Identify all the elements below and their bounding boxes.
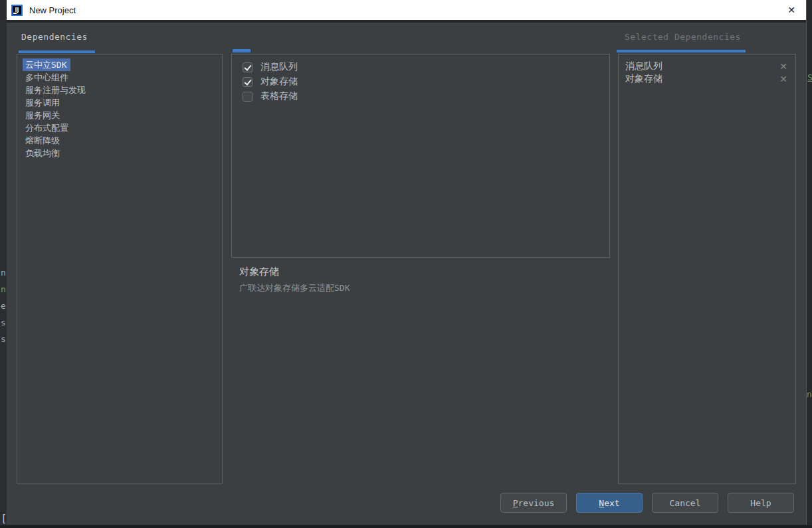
next-button[interactable]: Next bbox=[576, 493, 643, 513]
selected-dependency-label: 消息队列 bbox=[625, 60, 662, 72]
remove-icon[interactable]: ✕ bbox=[779, 61, 787, 72]
titlebar-divider bbox=[7, 20, 806, 23]
options-tab-indicator bbox=[233, 49, 251, 52]
selected-dependencies-tab-indicator bbox=[617, 50, 746, 52]
background-link-fragment: SD bbox=[807, 72, 812, 82]
close-icon: ✕ bbox=[787, 5, 795, 15]
checkbox-checked[interactable] bbox=[243, 77, 253, 87]
checkbox-checked[interactable] bbox=[243, 62, 253, 72]
dependency-category-list: 云中立SDK 多中心组件 服务注册与发现 服务调用 服务网关 分布式配置 熔断降… bbox=[17, 54, 222, 159]
dependency-option[interactable]: 对象存储 bbox=[243, 74, 609, 89]
category-item[interactable]: 服务调用 bbox=[17, 96, 222, 109]
selected-dependency-item: 对象存储 ✕ bbox=[619, 72, 795, 85]
dependencies-tab-indicator bbox=[19, 50, 95, 53]
dependency-detail-title: 对象存储 bbox=[239, 266, 279, 278]
background-window-bottom-strip bbox=[0, 525, 812, 528]
dialog-titlebar[interactable]: IJ New Project ✕ bbox=[7, 0, 806, 20]
dependency-detail-description: 广联达对象存储多云适配SDK bbox=[239, 282, 350, 294]
background-text-fragment: nT bbox=[807, 389, 812, 399]
background-editor-text: n bbox=[1, 268, 6, 278]
selected-dependencies-list: 消息队列 ✕ 对象存储 ✕ bbox=[619, 54, 795, 85]
background-editor-text: e bbox=[1, 301, 6, 311]
background-editor-text: s bbox=[1, 317, 6, 327]
new-project-dialog: IJ New Project ✕ Dependencies Selected D… bbox=[7, 0, 807, 525]
selected-dependencies-header: Selected Dependencies bbox=[625, 32, 741, 42]
dependency-option[interactable]: 表格存储 bbox=[243, 89, 609, 104]
dependencies-header: Dependencies bbox=[21, 32, 88, 42]
checkbox-unchecked[interactable] bbox=[243, 92, 253, 102]
selected-dependencies-panel: 消息队列 ✕ 对象存储 ✕ bbox=[618, 54, 796, 484]
remove-icon[interactable]: ✕ bbox=[779, 74, 787, 84]
dependency-option-label: 表格存储 bbox=[260, 90, 298, 102]
category-item-selected[interactable]: 云中立SDK bbox=[17, 58, 222, 71]
dependency-category-panel: 云中立SDK 多中心组件 服务注册与发现 服务调用 服务网关 分布式配置 熔断降… bbox=[17, 54, 223, 484]
selected-dependency-label: 对象存储 bbox=[625, 73, 662, 85]
window-title: New Project bbox=[29, 5, 76, 15]
previous-button[interactable]: Previous bbox=[500, 493, 567, 513]
category-item[interactable]: 负载均衡 bbox=[17, 147, 222, 159]
dependency-options-panel: 消息队列 对象存储 表格存储 bbox=[231, 54, 610, 258]
category-item[interactable]: 分布式配置 bbox=[17, 122, 222, 134]
selected-dependency-item: 消息队列 ✕ bbox=[619, 60, 795, 72]
background-window-left-strip bbox=[0, 0, 7, 528]
category-item[interactable]: 服务注册与发现 bbox=[17, 84, 222, 96]
background-editor-text: s bbox=[1, 334, 6, 344]
dependency-option-label: 对象存储 bbox=[260, 76, 298, 88]
category-item[interactable]: 服务网关 bbox=[17, 109, 222, 122]
dependency-option[interactable]: 消息队列 bbox=[243, 60, 609, 74]
intellij-logo-icon: IJ bbox=[11, 5, 23, 16]
category-item[interactable]: 熔断降级 bbox=[17, 134, 222, 147]
category-item[interactable]: 多中心组件 bbox=[17, 71, 222, 84]
help-button[interactable]: Help bbox=[728, 493, 794, 513]
cancel-button[interactable]: Cancel bbox=[652, 493, 718, 513]
background-editor-text: n bbox=[1, 284, 6, 294]
dependency-option-label: 消息队列 bbox=[260, 61, 298, 73]
close-button[interactable]: ✕ bbox=[779, 0, 803, 20]
